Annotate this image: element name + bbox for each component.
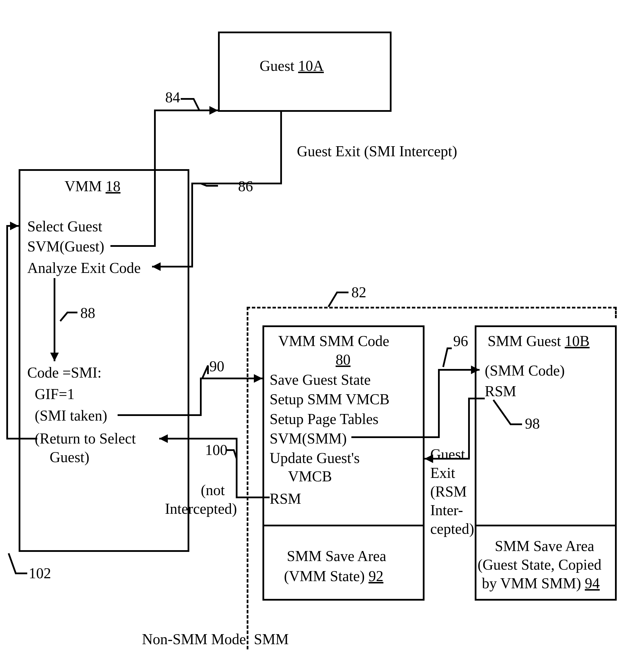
svg-marker-6 xyxy=(159,434,168,443)
diagram-canvas: Guest 10A 84 Guest Exit (SMI Intercept) … xyxy=(0,0,619,672)
connectors xyxy=(0,0,619,672)
svg-marker-3 xyxy=(254,374,263,383)
svg-marker-0 xyxy=(209,106,218,115)
svg-marker-1 xyxy=(152,262,161,271)
svg-marker-7 xyxy=(10,222,19,230)
svg-marker-5 xyxy=(424,454,433,463)
svg-marker-4 xyxy=(471,366,480,374)
svg-marker-2 xyxy=(50,353,59,361)
